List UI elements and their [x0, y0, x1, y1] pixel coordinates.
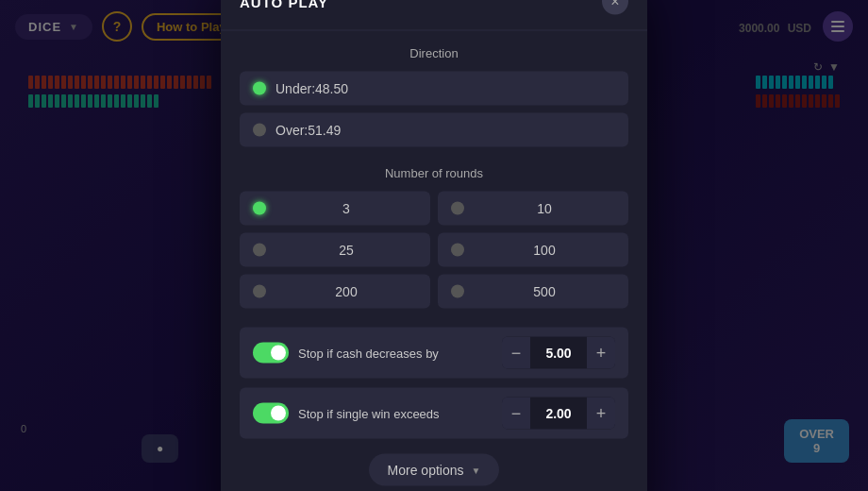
modal-header: AUTO PLAY × — [221, 0, 647, 31]
round-value-10: 10 — [474, 201, 615, 216]
direction-label-under: Under:48.50 — [275, 81, 348, 96]
round-option-200[interactable]: 200 — [240, 275, 430, 309]
toggle-rows: Stop if cash decreases by − 5.00 + Stop … — [240, 328, 628, 439]
close-icon: × — [610, 0, 619, 9]
cash-decrease-increment[interactable]: + — [587, 337, 615, 369]
cash-decrease-decrement[interactable]: − — [502, 337, 530, 369]
direction-option-over[interactable]: Over:51.49 — [240, 113, 628, 147]
direction-radio-over — [253, 124, 266, 137]
rounds-grid: 3 10 25 100 200 — [240, 192, 628, 309]
cash-decrease-stepper: − 5.00 + — [502, 337, 615, 369]
modal-title: AUTO PLAY — [240, 0, 328, 9]
single-win-decrement[interactable]: − — [502, 398, 530, 430]
cash-decrease-label: Stop if cash decreases by — [298, 346, 492, 360]
round-radio-25 — [253, 244, 266, 257]
cash-decrease-value: 5.00 — [530, 346, 587, 361]
direction-option-under[interactable]: Under:48.50 — [240, 72, 628, 106]
direction-options: Under:48.50 Over:51.49 — [240, 72, 628, 147]
more-options-chevron-icon: ▼ — [472, 465, 481, 475]
direction-label: Direction — [240, 46, 628, 60]
round-value-500: 500 — [474, 284, 615, 299]
autoplay-modal: AUTO PLAY × Direction Under:48.50 Over:5… — [221, 0, 647, 491]
modal-close-button[interactable]: × — [602, 0, 628, 15]
single-win-toggle[interactable] — [253, 403, 289, 424]
single-win-stepper: − 2.00 + — [502, 398, 615, 430]
round-radio-3 — [253, 202, 266, 215]
round-value-100: 100 — [474, 243, 615, 258]
round-value-200: 200 — [275, 284, 417, 299]
modal-body: Direction Under:48.50 Over:51.49 Number … — [221, 31, 647, 492]
rounds-label: Number of rounds — [240, 166, 628, 180]
cash-decrease-toggle[interactable] — [253, 343, 289, 364]
round-option-25[interactable]: 25 — [240, 233, 430, 267]
round-radio-500 — [451, 285, 464, 298]
more-options-button[interactable]: More options ▼ — [369, 454, 500, 486]
round-option-3[interactable]: 3 — [240, 192, 430, 226]
round-option-10[interactable]: 10 — [438, 192, 628, 226]
cash-decrease-row: Stop if cash decreases by − 5.00 + — [240, 328, 628, 379]
round-radio-10 — [451, 202, 464, 215]
direction-radio-under — [253, 82, 266, 95]
round-value-25: 25 — [275, 243, 417, 258]
single-win-label: Stop if single win exceeds — [298, 406, 492, 420]
single-win-increment[interactable]: + — [587, 398, 615, 430]
more-options-label: More options — [388, 463, 464, 478]
round-radio-200 — [253, 285, 266, 298]
round-option-100[interactable]: 100 — [438, 233, 628, 267]
direction-label-over: Over:51.49 — [275, 123, 341, 138]
single-win-value: 2.00 — [530, 406, 587, 421]
round-option-500[interactable]: 500 — [438, 275, 628, 309]
rounds-section: Number of rounds 3 10 25 100 — [240, 166, 628, 309]
round-value-3: 3 — [275, 201, 417, 216]
single-win-row: Stop if single win exceeds − 2.00 + — [240, 388, 628, 439]
round-radio-100 — [451, 244, 464, 257]
